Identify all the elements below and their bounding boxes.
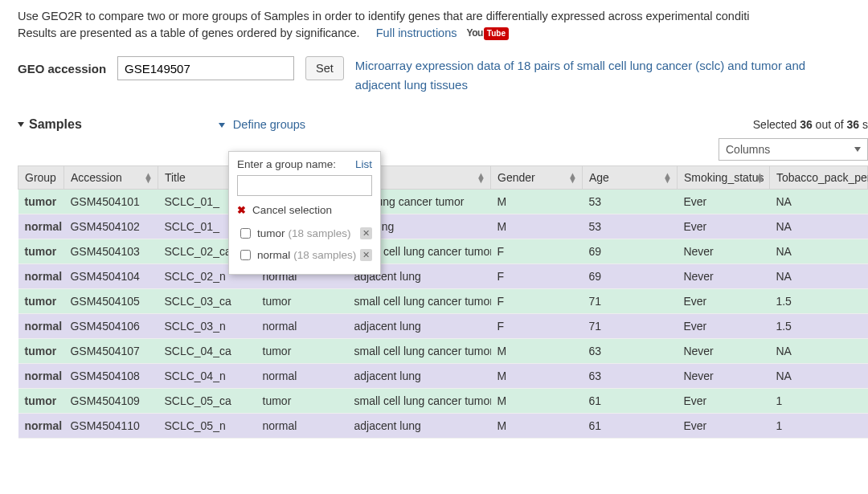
table-cell: GSM4504104 [63,264,158,289]
table-cell: GSM4504108 [63,364,158,389]
table-cell: Ever [677,414,769,439]
geo-accession-input[interactable] [117,56,294,80]
delete-group-icon[interactable]: ✕ [360,249,372,261]
table-cell: Ever [677,214,769,239]
caret-down-icon [219,123,225,128]
intro-line2: Results are presented as a table of gene… [18,27,360,39]
table-cell: M [491,214,583,239]
sort-icon: ▲▼ [477,173,485,182]
group-item[interactable]: tumor(18 samples)✕ [237,223,372,244]
close-icon: ✖ [237,204,246,216]
table-cell: SCLC_03_n [158,314,256,339]
intro-text: Use GEO2R to compare two or more groups … [18,8,868,42]
group-item[interactable]: normal(18 samples)✕ [237,244,372,266]
define-groups-popup: Enter a group name: List ✖ Cancel select… [228,151,381,275]
table-cell: GSM4504107 [63,339,158,364]
sort-icon: ▲▼ [568,173,577,182]
table-cell: 53 [582,190,677,214]
table-cell: NA [769,364,867,389]
table-cell: SCLC_05_n [158,414,256,439]
dataset-title[interactable]: Microarray expression data of 18 pairs o… [355,56,854,95]
table-cell: 71 [582,289,677,314]
table-cell: M [491,339,583,364]
table-row[interactable]: normalGSM4504102SCLC_01_ent lungM53EverN… [18,214,868,239]
column-header[interactable]: Accession▲▼ [63,166,158,190]
table-cell: 1 [769,389,867,414]
table-cell: 61 [582,389,677,414]
table-cell: NA [769,339,867,364]
table-cell: 71 [582,314,677,339]
geo-accession-label: GEO accession [18,56,106,76]
table-cell: normal [256,314,348,339]
group-name-label: Enter a group name: [237,158,336,170]
table-cell: Ever [677,289,769,314]
table-cell: 69 [582,264,677,289]
table-row[interactable]: tumorGSM4504105SCLC_03_catumorsmall cell… [18,289,868,314]
table-row[interactable]: tumorGSM4504109SCLC_05_catumorsmall cell… [18,389,868,414]
table-cell: adjacent lung [347,314,490,339]
table-row[interactable]: normalGSM4504104SCLC_02_nnormaladjacent … [18,264,868,289]
table-cell: Never [677,239,769,264]
table-cell: tumor [18,339,64,364]
table-row[interactable]: tumorGSM4504101SCLC_01_cell lung cancer … [18,190,868,214]
table-cell: M [491,389,583,414]
table-cell: normal [18,264,64,289]
table-cell: tumor [256,289,348,314]
table-row[interactable]: normalGSM4504108SCLC_04_nnormaladjacent … [18,364,868,389]
table-cell: normal [256,414,348,439]
table-row[interactable]: tumorGSM4504107SCLC_04_catumorsmall cell… [18,339,868,364]
table-cell: SCLC_03_ca [158,289,256,314]
set-button[interactable]: Set [305,56,344,80]
table-cell: normal [18,314,64,339]
list-link[interactable]: List [355,158,372,170]
table-cell: SCLC_04_n [158,364,256,389]
column-header[interactable]: Age▲▼ [582,166,677,190]
table-cell: NA [769,214,867,239]
group-count: (18 samples) [293,249,356,261]
table-cell: GSM4504110 [63,414,158,439]
table-cell: F [491,264,583,289]
intro-line1: Use GEO2R to compare two or more groups … [18,10,749,22]
table-cell: small cell lung cancer tumor [347,339,490,364]
column-header[interactable]: Smoking_status▲▼ [677,166,769,190]
youtube-icon[interactable]: You Tube [467,27,509,40]
table-cell: NA [769,190,867,214]
table-cell: 63 [582,339,677,364]
table-cell: tumor [18,389,64,414]
table-cell: normal [18,414,64,439]
table-cell: NA [769,264,867,289]
group-checkbox[interactable] [240,250,251,260]
column-header: Group [18,166,64,190]
caret-down-icon[interactable] [18,122,24,127]
group-checkbox[interactable] [240,228,251,239]
table-cell: NA [769,239,867,264]
full-instructions-link[interactable]: Full instructions [376,27,457,39]
cancel-selection[interactable]: ✖ Cancel selection [237,204,372,216]
group-name-input[interactable] [237,175,372,196]
table-cell: SCLC_05_ca [158,389,256,414]
table-cell: M [491,414,583,439]
delete-group-icon[interactable]: ✕ [360,227,372,239]
chevron-down-icon [854,147,861,152]
table-row[interactable]: normalGSM4504106SCLC_03_nnormaladjacent … [18,314,868,339]
define-groups-link[interactable]: Define groups [219,118,305,131]
table-cell: Never [677,364,769,389]
table-cell: M [491,364,583,389]
table-cell: 1.5 [769,289,867,314]
table-row[interactable]: normalGSM4504110SCLC_05_nnormaladjacent … [18,414,868,439]
column-header[interactable]: Gender▲▼ [491,166,583,190]
table-cell: F [491,239,583,264]
columns-dropdown[interactable]: Columns [719,138,868,161]
table-cell: 53 [582,214,677,239]
table-cell: F [491,314,583,339]
table-cell: normal [18,364,64,389]
table-row[interactable]: tumorGSM4504103SCLC_02_catumorsmall cell… [18,239,868,264]
table-cell: GSM4504105 [63,289,158,314]
table-cell: Ever [677,190,769,214]
table-cell: tumor [256,389,348,414]
sort-icon: ▲▼ [144,173,153,182]
table-cell: Never [677,339,769,364]
table-cell: adjacent lung [347,414,490,439]
sort-icon: ▲▼ [755,173,764,182]
table-cell: Never [677,264,769,289]
